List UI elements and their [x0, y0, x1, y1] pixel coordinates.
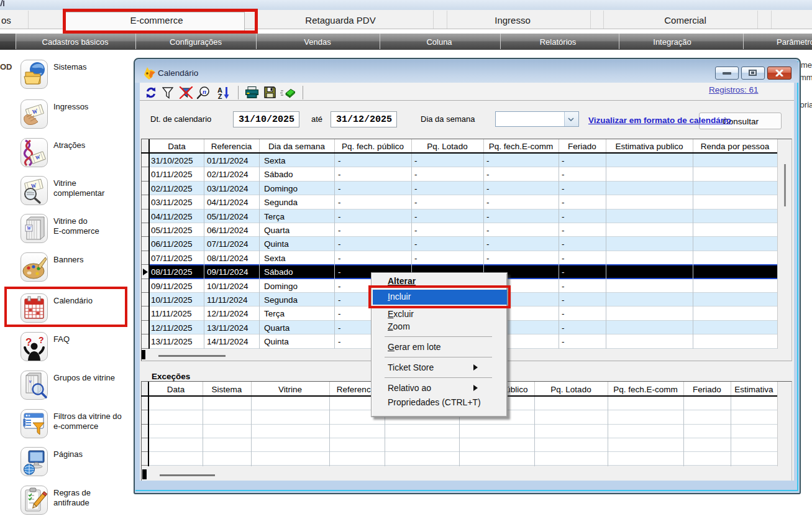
svg-text:?: ? [39, 335, 44, 345]
svg-text:v: v [29, 379, 32, 384]
svg-text:n: n [203, 88, 206, 95]
svg-text:Z: Z [218, 93, 222, 99]
svg-text:W: W [27, 226, 32, 231]
